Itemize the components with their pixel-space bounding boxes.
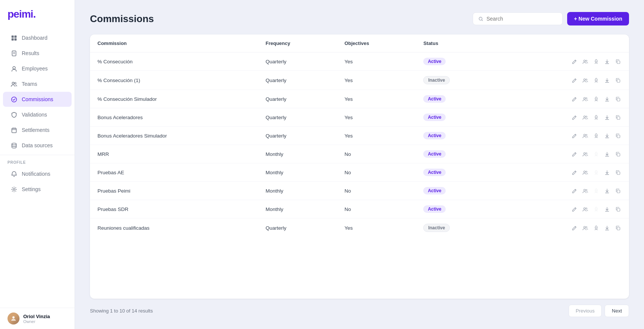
users-button[interactable] xyxy=(582,169,589,176)
download-button[interactable] xyxy=(604,151,611,158)
rocket-button[interactable] xyxy=(593,224,600,232)
calendar-icon xyxy=(10,127,17,133)
rocket-button[interactable] xyxy=(593,96,600,103)
sidebar-item-notifications[interactable]: Notifications xyxy=(3,166,72,181)
sidebar-item-commissions[interactable]: Commissions xyxy=(3,92,72,107)
users-button[interactable] xyxy=(582,206,589,213)
commission-frequency: Quarterly xyxy=(258,127,337,145)
users-button[interactable] xyxy=(582,224,589,232)
rocket-button[interactable] xyxy=(593,169,600,176)
previous-button[interactable]: Previous xyxy=(569,305,602,317)
copy-button[interactable] xyxy=(614,58,622,65)
download-button[interactable] xyxy=(604,224,611,232)
download-button[interactable] xyxy=(604,132,611,139)
download-button[interactable] xyxy=(604,58,611,65)
edit-button[interactable] xyxy=(571,151,578,158)
rocket-button[interactable] xyxy=(593,187,600,194)
svg-point-8 xyxy=(12,82,14,84)
copy-button[interactable] xyxy=(614,224,622,232)
sidebar-item-results[interactable]: Results xyxy=(3,46,72,61)
svg-point-45 xyxy=(586,153,587,154)
rocket-button[interactable] xyxy=(593,132,600,139)
rocket-button[interactable] xyxy=(593,58,600,65)
status-badge: Active xyxy=(423,187,446,194)
commission-actions xyxy=(499,182,629,200)
edit-button[interactable] xyxy=(571,187,578,194)
edit-button[interactable] xyxy=(571,169,578,176)
users-button[interactable] xyxy=(582,96,589,103)
status-badge: Active xyxy=(423,150,446,158)
svg-point-39 xyxy=(584,134,586,136)
copy-button[interactable] xyxy=(614,187,622,194)
copy-button[interactable] xyxy=(614,96,622,103)
circle-check-icon xyxy=(10,96,17,103)
sidebar-item-teams[interactable]: Teams xyxy=(3,76,72,91)
download-button[interactable] xyxy=(604,187,611,194)
edit-button[interactable] xyxy=(571,58,578,65)
sidebar-item-employees[interactable]: Employees xyxy=(3,61,72,76)
people-icon xyxy=(10,81,17,87)
rocket-button[interactable] xyxy=(593,114,600,121)
status-badge: Active xyxy=(423,132,446,139)
sidebar-item-label: Settings xyxy=(22,186,41,192)
copy-button[interactable] xyxy=(614,77,622,84)
copy-button[interactable] xyxy=(614,169,622,176)
edit-button[interactable] xyxy=(571,77,578,84)
rocket-button[interactable] xyxy=(593,151,600,158)
copy-button[interactable] xyxy=(614,206,622,213)
sidebar-item-settlements[interactable]: Settlements xyxy=(3,123,72,138)
users-button[interactable] xyxy=(582,187,589,194)
copy-button[interactable] xyxy=(614,151,622,158)
commission-name: MRR xyxy=(90,145,258,163)
rocket-button[interactable] xyxy=(593,77,600,84)
commission-name: Pruebas SDR xyxy=(90,200,258,218)
row-actions xyxy=(506,96,622,103)
download-button[interactable] xyxy=(604,169,611,176)
next-button[interactable]: Next xyxy=(605,305,629,317)
download-button[interactable] xyxy=(604,114,611,121)
commission-actions xyxy=(499,108,629,127)
sidebar-item-data-sources[interactable]: Data sources xyxy=(3,138,72,153)
copy-button[interactable] xyxy=(614,114,622,121)
sidebar-item-label: Settlements xyxy=(22,127,49,133)
svg-rect-68 xyxy=(617,227,620,230)
rocket-button[interactable] xyxy=(593,206,600,213)
svg-point-46 xyxy=(596,153,596,154)
svg-rect-11 xyxy=(12,128,16,133)
sidebar-item-settings[interactable]: Settings xyxy=(3,182,72,197)
commission-objectives: No xyxy=(337,163,416,182)
svg-point-25 xyxy=(586,79,587,80)
edit-button[interactable] xyxy=(571,206,578,213)
copy-button[interactable] xyxy=(614,132,622,139)
commission-objectives: Yes xyxy=(337,71,416,90)
download-button[interactable] xyxy=(604,206,611,213)
logo: peimi. xyxy=(0,0,75,27)
download-button[interactable] xyxy=(604,77,611,84)
table-row: Reuniones cualificadas Quarterly Yes Ina… xyxy=(90,218,629,238)
new-commission-button[interactable]: + New Commission xyxy=(567,12,629,25)
users-button[interactable] xyxy=(582,58,589,65)
commission-name: Bonus Aceleradores xyxy=(90,108,258,127)
edit-button[interactable] xyxy=(571,114,578,121)
users-button[interactable] xyxy=(582,77,589,84)
svg-point-66 xyxy=(596,227,596,228)
edit-button[interactable] xyxy=(571,132,578,139)
svg-point-40 xyxy=(586,134,587,135)
sidebar-item-dashboard[interactable]: Dashboard xyxy=(3,30,72,45)
edit-button[interactable] xyxy=(571,96,578,103)
sidebar-item-validations[interactable]: Validations xyxy=(3,107,72,122)
commission-status: Active xyxy=(416,108,498,127)
users-button[interactable] xyxy=(582,114,589,121)
edit-button[interactable] xyxy=(571,224,578,232)
svg-point-61 xyxy=(596,208,596,209)
users-button[interactable] xyxy=(582,132,589,139)
row-actions xyxy=(506,114,622,121)
search-input[interactable] xyxy=(487,16,557,22)
row-actions xyxy=(506,187,622,194)
download-button[interactable] xyxy=(604,96,611,103)
database-icon xyxy=(10,142,17,149)
table-row: % Consecución Quarterly Yes Active xyxy=(90,52,629,71)
svg-point-56 xyxy=(596,190,596,191)
users-button[interactable] xyxy=(582,151,589,158)
commission-name: % Consecución (1) xyxy=(90,71,258,90)
